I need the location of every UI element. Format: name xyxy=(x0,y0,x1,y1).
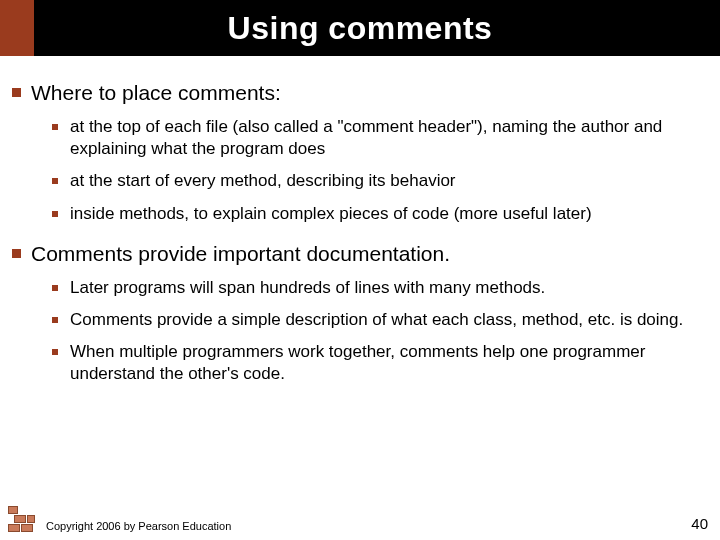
list-item-text: When multiple programmers work together,… xyxy=(70,341,708,385)
section-heading: Comments provide important documentation… xyxy=(12,241,708,267)
slide-content: Where to place comments: at the top of e… xyxy=(0,56,720,385)
sub-list: at the top of each file (also called a "… xyxy=(52,116,708,224)
sub-list: Later programs will span hundreds of lin… xyxy=(52,277,708,385)
slide-footer: Copyright 2006 by Pearson Education 40 xyxy=(0,515,720,532)
bullet-icon xyxy=(52,211,58,217)
list-item-text: Comments provide a simple description of… xyxy=(70,309,683,331)
list-item: at the top of each file (also called a "… xyxy=(52,116,708,160)
copyright-text: Copyright 2006 by Pearson Education xyxy=(46,520,231,532)
slide-title: Using comments xyxy=(228,10,493,47)
list-item: inside methods, to explain complex piece… xyxy=(52,203,708,225)
bullet-icon xyxy=(12,88,21,97)
bullet-icon xyxy=(12,249,21,258)
page-number: 40 xyxy=(691,515,708,532)
bullet-icon xyxy=(52,317,58,323)
list-item-text: at the start of every method, describing… xyxy=(70,170,456,192)
section-heading-text: Where to place comments: xyxy=(31,80,281,106)
bullet-icon xyxy=(52,178,58,184)
list-item: Later programs will span hundreds of lin… xyxy=(52,277,708,299)
title-accent xyxy=(0,0,34,56)
title-bar: Using comments xyxy=(0,0,720,56)
list-item-text: Later programs will span hundreds of lin… xyxy=(70,277,545,299)
list-item-text: at the top of each file (also called a "… xyxy=(70,116,708,160)
bullet-icon xyxy=(52,349,58,355)
bullet-icon xyxy=(52,124,58,130)
list-item: When multiple programmers work together,… xyxy=(52,341,708,385)
list-item: Comments provide a simple description of… xyxy=(52,309,708,331)
list-item: at the start of every method, describing… xyxy=(52,170,708,192)
list-item-text: inside methods, to explain complex piece… xyxy=(70,203,592,225)
section-heading-text: Comments provide important documentation… xyxy=(31,241,450,267)
section-heading: Where to place comments: xyxy=(12,80,708,106)
bricks-icon xyxy=(8,506,38,532)
bullet-icon xyxy=(52,285,58,291)
